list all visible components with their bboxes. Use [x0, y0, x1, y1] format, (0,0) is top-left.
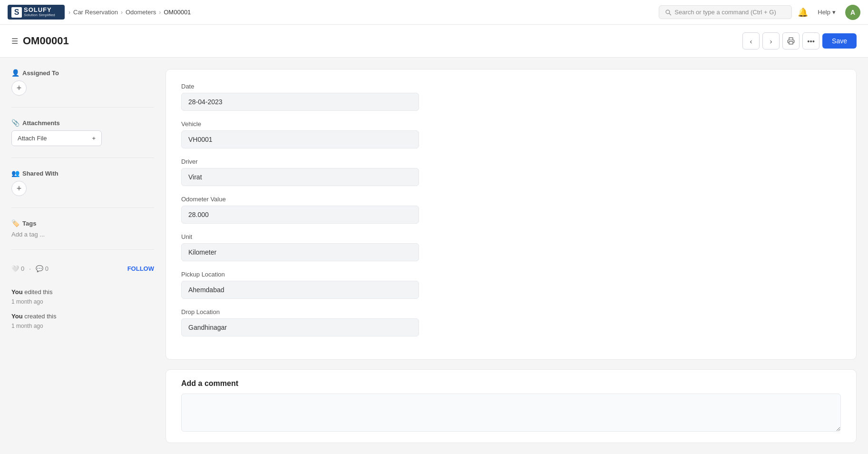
vehicle-group: Vehicle — [181, 120, 841, 148]
more-options-button[interactable]: ••• — [802, 32, 819, 49]
activity-action-0: edited this — [23, 288, 53, 296]
shared-with-label: Shared With — [22, 170, 59, 177]
activity-row: 🤍 0 · 💬 0 FOLLOW — [11, 265, 154, 272]
odometer-group: Odometer Value — [181, 196, 841, 224]
form-card: Date Vehicle Driver Odometer Value Unit — [166, 69, 857, 360]
pickup-input[interactable] — [181, 281, 419, 299]
activity-item-0: You edited this 1 month ago — [11, 287, 154, 306]
svg-point-0 — [666, 10, 670, 14]
activity-time-1: 1 month ago — [11, 323, 43, 329]
people-icon: 👥 — [11, 169, 20, 177]
shared-with-section: 👥 Shared With + — [11, 169, 154, 196]
tags-title: 🏷️ Tags — [11, 219, 154, 227]
tags-label: Tags — [22, 220, 36, 227]
comments-count: 0 — [45, 265, 49, 272]
drop-input[interactable] — [181, 318, 419, 336]
heart-icon: 🤍 — [11, 265, 19, 272]
pickup-label: Pickup Location — [181, 271, 841, 278]
save-button[interactable]: Save — [822, 33, 857, 49]
activity-user-0: You — [11, 288, 23, 296]
assigned-to-label: Assigned To — [22, 69, 59, 77]
main-layout: 👤 Assigned To + 📎 Attachments Attach Fil… — [0, 58, 868, 454]
odometer-input[interactable] — [181, 206, 419, 224]
breadcrumb-current: OM00001 — [164, 9, 191, 16]
comment-title: Add a comment — [181, 379, 841, 388]
breadcrumb: › Car Reservation › Odometers › OM00001 — [68, 9, 191, 16]
date-label: Date — [181, 83, 841, 90]
unit-input[interactable] — [181, 243, 419, 261]
divider-3 — [11, 207, 154, 208]
breadcrumb-car-reservation[interactable]: Car Reservation — [73, 9, 118, 16]
help-button[interactable]: Help ▾ — [814, 7, 839, 18]
plus-icon: + — [92, 135, 96, 142]
print-button[interactable] — [782, 32, 800, 49]
hamburger-icon[interactable]: ☰ — [11, 37, 18, 46]
likes-count: 0 — [21, 265, 24, 272]
activity-item-1: You created this 1 month ago — [11, 312, 154, 330]
assigned-to-title: 👤 Assigned To — [11, 69, 154, 77]
paperclip-icon: 📎 — [11, 119, 20, 127]
svg-line-1 — [669, 13, 671, 15]
comment-card: Add a comment — [166, 369, 857, 443]
driver-group: Driver — [181, 158, 841, 186]
attachments-section: 📎 Attachments Attach File + — [11, 119, 154, 146]
date-group: Date — [181, 83, 841, 111]
divider-2 — [11, 158, 154, 158]
person-icon: 👤 — [11, 69, 20, 77]
svg-rect-2 — [789, 41, 793, 44]
date-input[interactable] — [181, 93, 419, 111]
attachments-title: 📎 Attachments — [11, 119, 154, 127]
comment-input[interactable] — [181, 394, 841, 432]
like-button[interactable]: 🤍 0 — [11, 265, 24, 272]
vehicle-input[interactable] — [181, 130, 419, 148]
dot-separator: · — [29, 265, 31, 272]
comment-button[interactable]: 💬 0 — [36, 265, 49, 272]
assigned-to-section: 👤 Assigned To + — [11, 69, 154, 96]
attachments-label: Attachments — [22, 119, 60, 127]
breadcrumb-sep-0: › — [68, 9, 70, 16]
avatar[interactable]: A — [845, 5, 860, 20]
add-shared-button[interactable]: + — [11, 181, 27, 196]
activity-action-1: created this — [23, 313, 57, 320]
tag-icon: 🏷️ — [11, 219, 20, 227]
logo[interactable]: S SOLUFY Solution Simplified — [8, 5, 65, 20]
prev-button[interactable]: ‹ — [742, 32, 760, 49]
content-area: Date Vehicle Driver Odometer Value Unit — [154, 69, 857, 443]
page-header: ☰ OM00001 ‹ › ••• Save — [0, 25, 868, 58]
tags-section: 🏷️ Tags Add a tag ... — [11, 219, 154, 238]
unit-group: Unit — [181, 233, 841, 261]
notification-bell-icon[interactable]: 🔔 — [798, 7, 808, 18]
add-assigned-button[interactable]: + — [11, 80, 27, 96]
vehicle-label: Vehicle — [181, 120, 841, 128]
shared-with-title: 👥 Shared With — [11, 169, 154, 177]
search-bar[interactable]: Search or type a command (Ctrl + G) — [659, 5, 792, 19]
drop-group: Drop Location — [181, 308, 841, 336]
divider-1 — [11, 107, 154, 108]
logo-text: SOLUFY Solution Simplified — [24, 7, 55, 18]
page-title-row: ☰ OM00001 — [11, 35, 69, 47]
top-navigation: S SOLUFY Solution Simplified › Car Reser… — [0, 0, 868, 25]
add-tag-placeholder[interactable]: Add a tag ... — [11, 231, 154, 238]
driver-input[interactable] — [181, 168, 419, 186]
attach-file-label: Attach File — [18, 135, 47, 142]
unit-label: Unit — [181, 233, 841, 240]
chevron-down-icon: ▾ — [832, 9, 836, 16]
page-title: OM00001 — [23, 35, 69, 47]
breadcrumb-odometers[interactable]: Odometers — [126, 9, 156, 16]
search-placeholder: Search or type a command (Ctrl + G) — [674, 9, 776, 16]
follow-button[interactable]: FOLLOW — [127, 265, 154, 272]
search-icon — [665, 9, 672, 16]
pickup-group: Pickup Location — [181, 271, 841, 299]
drop-label: Drop Location — [181, 308, 841, 316]
attach-file-button[interactable]: Attach File + — [11, 130, 102, 146]
topnav-right: Search or type a command (Ctrl + G) 🔔 He… — [659, 5, 860, 20]
activity-time-0: 1 month ago — [11, 298, 43, 305]
next-button[interactable]: › — [762, 32, 780, 49]
odometer-label: Odometer Value — [181, 196, 841, 203]
divider-4 — [11, 249, 154, 250]
breadcrumb-sep-2: › — [159, 9, 161, 16]
sidebar: 👤 Assigned To + 📎 Attachments Attach Fil… — [11, 69, 154, 443]
activity-user-1: You — [11, 313, 23, 320]
comment-icon: 💬 — [36, 265, 43, 272]
driver-label: Driver — [181, 158, 841, 165]
